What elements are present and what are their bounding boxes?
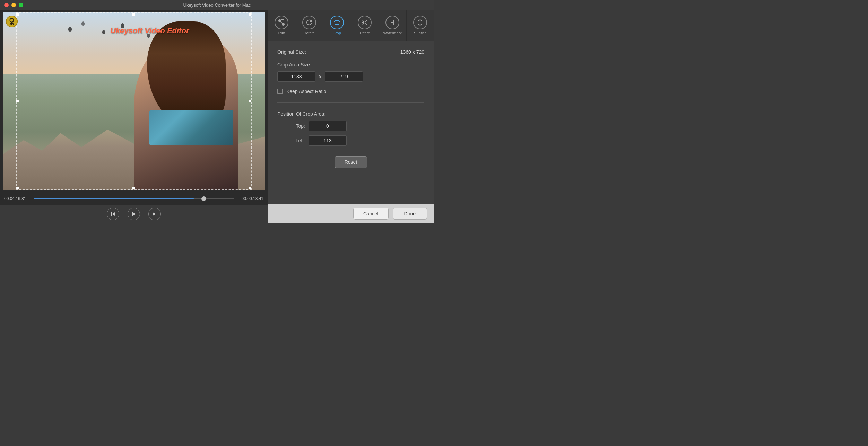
crop-panel: Original Size: 1360 x 720 Crop Area Size… [268,41,434,204]
tab-effect[interactable]: Effect [351,10,379,41]
play-button[interactable] [128,208,140,220]
remaining-time: 00:00:18.41 [237,196,263,201]
svg-rect-10 [156,212,156,216]
prev-frame-button[interactable] [107,208,119,220]
video-title-overlay: Ukeysoft Video Editor [110,26,189,35]
keep-aspect-row: Keep Aspect Ratio [277,89,424,94]
x-separator: x [319,74,321,79]
tab-trim[interactable]: Trim [268,10,295,41]
keep-aspect-label: Keep Aspect Ratio [286,89,326,94]
svg-marker-6 [112,212,115,216]
minimize-button[interactable] [11,3,16,7]
progress-track[interactable] [34,198,234,199]
window-controls[interactable] [4,3,23,7]
top-value-input[interactable] [309,121,347,131]
position-label: Position Of Crop Area: [277,111,424,117]
svg-point-0 [6,16,17,27]
subtitle-label: Subtitle [414,31,427,35]
svg-line-28 [366,20,367,21]
crop-icon [330,16,344,29]
right-panel: Trim Rotate [268,10,434,223]
rotate-icon [302,16,316,29]
svg-point-21 [363,21,366,24]
original-size-label: Original Size: [277,49,306,55]
title-bar: Ukeysoft Video Converter for Mac [0,0,434,10]
done-button[interactable]: Done [393,208,427,220]
keep-aspect-checkbox[interactable] [277,89,283,94]
crop-width-input[interactable] [277,71,315,82]
divider [277,102,424,103]
original-size-value: 1360 x 720 [400,49,424,55]
playback-controls [0,205,268,223]
watermark-icon [385,16,399,29]
cancel-button[interactable]: Cancel [353,208,389,220]
left-value-input[interactable] [309,135,347,146]
svg-marker-8 [132,212,136,216]
top-label: Top: [277,123,305,129]
tab-crop[interactable]: Crop [323,10,351,41]
reset-button[interactable]: Reset [335,156,367,168]
progress-bar-container: 00:04:16.81 00:00:18.41 [0,193,268,205]
svg-rect-7 [111,212,112,216]
bottom-buttons: Cancel Done [268,204,434,223]
window-title: Ukeysoft Video Converter for Mac [183,2,251,8]
maximize-button[interactable] [19,3,23,7]
svg-line-11 [279,20,284,25]
crop-area-size-label: Crop Area Size: [277,62,311,68]
progress-thumb[interactable] [201,196,206,201]
top-position-row: Top: [277,121,424,131]
balloon-3 [102,30,105,34]
left-position-row: Left: [277,135,424,146]
trim-icon [275,16,288,29]
position-section: Position Of Crop Area: Top: Left: [277,111,424,146]
tab-watermark[interactable]: Watermark [379,10,407,41]
video-frame: Ukeysoft Video Editor [3,12,265,190]
video-container: Ukeysoft Video Editor [3,12,265,190]
main-content: Ukeysoft Video Editor 00:04:16.81 [0,10,434,223]
app-logo [6,15,18,28]
left-panel: Ukeysoft Video Editor 00:04:16.81 [0,10,268,223]
crop-size-inputs: x [277,71,424,82]
balloon-2 [81,21,85,26]
effect-icon [358,16,372,29]
next-frame-button[interactable] [148,208,161,220]
svg-rect-16 [335,20,339,25]
crop-area-label-row: Crop Area Size: [277,62,424,68]
tab-subtitle[interactable]: Subtitle [407,10,434,41]
watermark-label: Watermark [383,31,402,35]
svg-line-26 [363,20,363,21]
tabs-row: Trim Rotate [268,10,434,41]
balloon-1 [68,27,72,32]
svg-marker-9 [153,212,156,216]
crop-label: Crop [333,31,341,35]
trim-label: Trim [278,31,285,35]
left-label: Left: [277,138,305,143]
rotate-label: Rotate [304,31,315,35]
original-size-row: Original Size: 1360 x 720 [277,49,424,55]
tab-rotate[interactable]: Rotate [295,10,323,41]
effect-label: Effect [360,31,370,35]
svg-line-27 [366,24,367,25]
progress-filled [34,198,194,199]
svg-line-29 [363,24,363,25]
crop-height-input[interactable] [325,71,363,82]
person-scarf [149,110,233,145]
close-button[interactable] [4,3,9,7]
current-time: 00:04:16.81 [4,196,30,201]
subtitle-icon [413,16,427,29]
